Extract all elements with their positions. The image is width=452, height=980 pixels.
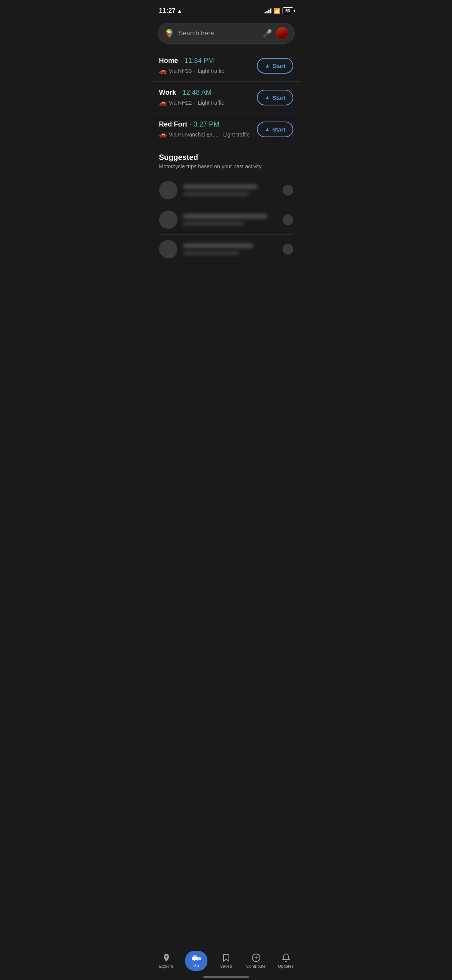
start-arrow-icon-redfort: ▲ xyxy=(265,126,270,132)
search-bar[interactable]: Search here 🎤 xyxy=(158,23,295,44)
suggested-action-2[interactable] xyxy=(283,214,293,225)
dest-name-redfort: Red Fort xyxy=(159,120,187,128)
dest-title-row-work: Work · 12:48 AM xyxy=(159,89,253,97)
dest-time-redfort: 3:27 PM xyxy=(194,120,219,128)
google-maps-logo xyxy=(164,28,175,39)
start-label-home: Start xyxy=(272,62,285,69)
destination-info-work: Work · 12:48 AM 🚗 Via NH22 · Light traff… xyxy=(159,89,253,106)
dest-traffic-redfort: Light traffic xyxy=(223,132,249,138)
battery-icon: 53 xyxy=(283,7,293,14)
dest-via-work: Via NH22 xyxy=(169,100,192,106)
signal-bar-2 xyxy=(266,11,268,13)
signal-bar-3 xyxy=(268,10,270,13)
signal-bar-1 xyxy=(265,12,266,13)
start-label-work: Start xyxy=(272,94,285,101)
suggested-title-blur-2 xyxy=(183,214,268,219)
suggested-item-2[interactable] xyxy=(159,205,293,235)
suggested-thumb-2 xyxy=(159,210,178,229)
dest-separator2-work: · xyxy=(194,100,196,106)
battery-level: 53 xyxy=(285,8,290,13)
status-time: 11:27 ▲ xyxy=(159,7,182,15)
start-button-redfort[interactable]: ▲ Start xyxy=(257,122,293,137)
start-arrow-icon-work: ▲ xyxy=(265,94,270,100)
dest-sub-redfort: 🚗 Via Purvanchal Ex... · Light traffic xyxy=(159,131,253,138)
dest-traffic-home: Light traffic xyxy=(198,68,224,74)
dest-separator-redfort: · xyxy=(190,121,191,128)
dest-time-home: 11:34 PM xyxy=(184,57,214,65)
suggested-action-1[interactable] xyxy=(283,185,293,196)
suggested-item-3[interactable] xyxy=(159,235,293,264)
wifi-icon: 📶 xyxy=(274,8,280,14)
suggested-thumb-1 xyxy=(159,181,178,199)
status-icons: 📶 53 xyxy=(265,7,293,14)
suggested-sub-blur-1 xyxy=(183,192,249,196)
dest-traffic-work: Light traffic xyxy=(198,100,224,106)
dest-name-work: Work xyxy=(159,89,176,97)
dest-separator-home: · xyxy=(181,58,182,64)
dest-separator2-redfort: · xyxy=(219,132,221,138)
suggested-section: Suggested Motorcycle trips based on your… xyxy=(151,145,301,264)
destination-info-redfort: Red Fort · 3:27 PM 🚗 Via Purvanchal Ex..… xyxy=(159,120,253,138)
status-bar: 11:27 ▲ 📶 53 xyxy=(151,0,301,19)
suggested-action-3[interactable] xyxy=(283,244,293,255)
dest-via-redfort: Via Purvanchal Ex... xyxy=(169,132,217,138)
start-button-home[interactable]: ▲ Start xyxy=(257,58,293,74)
dest-separator-work: · xyxy=(178,89,180,96)
user-avatar[interactable] xyxy=(276,27,288,39)
suggested-content-2 xyxy=(183,214,277,225)
start-label-redfort: Start xyxy=(272,126,285,133)
suggested-title: Suggested xyxy=(159,153,293,162)
time-display: 11:27 xyxy=(159,7,176,15)
suggested-item-1[interactable] xyxy=(159,176,293,205)
dest-name-home: Home xyxy=(159,57,178,65)
location-arrow-icon: ▲ xyxy=(177,8,182,14)
destination-card-redfort: Red Fort · 3:27 PM 🚗 Via Purvanchal Ex..… xyxy=(151,113,301,145)
suggested-sub-blur-3 xyxy=(183,251,240,255)
dest-time-work: 12:48 AM xyxy=(182,89,212,97)
dest-separator2-home: · xyxy=(194,68,196,74)
car-icon-work: 🚗 xyxy=(159,99,167,106)
start-button-work[interactable]: ▲ Start xyxy=(257,90,293,105)
dest-via-home: Via NH33 xyxy=(169,68,192,74)
dest-sub-work: 🚗 Via NH22 · Light traffic xyxy=(159,99,253,106)
destination-card-home: Home · 11:34 PM 🚗 Via NH33 · Light traff… xyxy=(151,50,301,82)
car-icon-home: 🚗 xyxy=(159,67,167,74)
search-placeholder: Search here xyxy=(179,30,259,37)
suggested-subtitle: Motorcycle trips based on your past acti… xyxy=(159,163,293,169)
dest-sub-home: 🚗 Via NH33 · Light traffic xyxy=(159,67,253,74)
signal-bars-icon xyxy=(265,8,271,13)
dest-title-row-home: Home · 11:34 PM xyxy=(159,57,253,65)
svg-point-0 xyxy=(168,31,171,33)
suggested-content-1 xyxy=(183,184,277,196)
avatar-image xyxy=(276,27,288,39)
suggested-content-3 xyxy=(183,243,277,255)
dest-title-row-redfort: Red Fort · 3:27 PM xyxy=(159,120,253,128)
start-arrow-icon-home: ▲ xyxy=(265,62,270,69)
suggested-sub-blur-2 xyxy=(183,222,244,225)
destination-info-home: Home · 11:34 PM 🚗 Via NH33 · Light traff… xyxy=(159,57,253,74)
car-icon-redfort: 🚗 xyxy=(159,131,167,138)
microphone-icon[interactable]: 🎤 xyxy=(263,29,272,38)
suggested-thumb-3 xyxy=(159,240,178,258)
suggested-title-blur-3 xyxy=(183,243,254,248)
destination-card-work: Work · 12:48 AM 🚗 Via NH22 · Light traff… xyxy=(151,82,301,113)
suggested-title-blur-1 xyxy=(183,184,258,189)
signal-bar-4 xyxy=(270,8,271,13)
